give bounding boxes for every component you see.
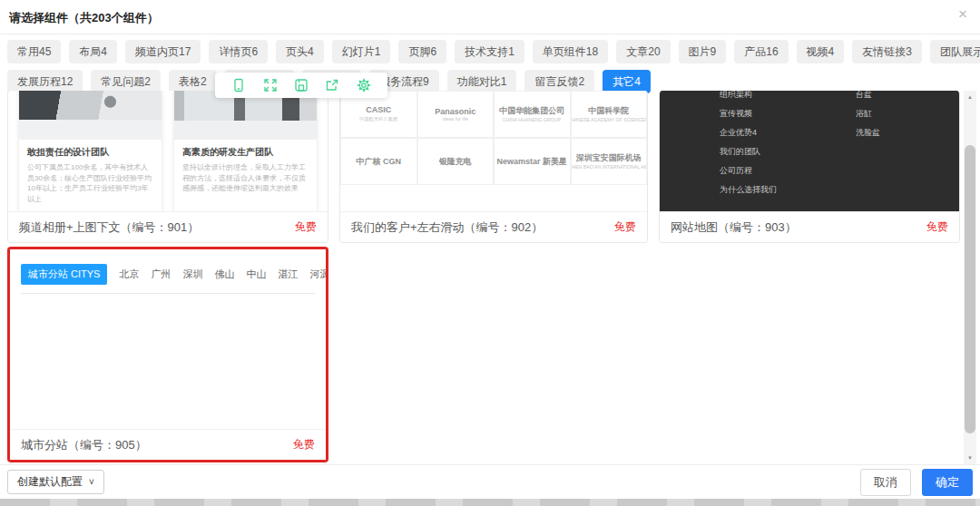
subcard-heading: 敢担责任的设计团队 [27, 146, 153, 159]
logo-subtext: CHINESE ACADEMY OF SCIENCES [571, 118, 648, 122]
sitemap-link[interactable]: 企业优势4 [720, 123, 777, 142]
logo-text: CASIC [366, 105, 391, 114]
footer-buttons: 取消 确定 [860, 469, 973, 496]
tab-tuanduizhanshi[interactable]: 团队展示7 [930, 40, 980, 63]
city-link[interactable]: 湛江 [278, 268, 298, 281]
city-link[interactable]: 中山 [246, 268, 266, 281]
content-scrollbar[interactable]: ▲ ▼ [964, 91, 976, 464]
city-link[interactable]: 深圳 [182, 268, 202, 281]
tab-row-1: 常用45 布局4 频道内页17 详情页6 页头4 幻灯片1 页脚6 技术支持1 … [7, 40, 962, 63]
card-903-footer: 网站地图（编号：903） 免费 [660, 211, 959, 242]
sitemap-column-1: 组织架构 宣传视频 企业优势4 我们的团队 公司历程 为什么选择我们 [720, 91, 777, 199]
tab-jishuzhichi[interactable]: 技术支持1 [455, 40, 524, 63]
client-logo: 中国华能集团公司 CHINA HUANENG GROUP [494, 91, 571, 138]
tab-buju[interactable]: 布局4 [69, 40, 117, 63]
card-title: 城市分站（编号：905） [21, 437, 147, 453]
card-905-footer: 城市分站（编号：905） 免费 [10, 429, 326, 460]
free-badge: 免费 [293, 437, 315, 452]
sitemap-link[interactable]: 公司历程 [720, 161, 777, 180]
background-page-strip [0, 499, 980, 506]
sitemap-link[interactable]: 浴缸 [856, 104, 880, 123]
card-901-preview: 敢担责任的设计团队 公司下属员工100余名，其中有技术人员30余名；核心生产团队… [8, 91, 328, 211]
kitchen-photo-1 [19, 91, 162, 140]
scrollbar-thumb[interactable] [965, 145, 975, 433]
dialog-footer: 创建默认配置 ˅ 取消 确定 [0, 464, 980, 499]
free-badge: 免费 [614, 219, 636, 235]
component-card-902[interactable]: CASIC 中国航天科工集团 Panasonic ideas for life … [339, 91, 648, 243]
tab-huandengpian[interactable]: 幻灯片1 [332, 40, 391, 63]
team-subcard-production: 高素质的研发生产团队 坚持以全设计的理念，采取人工力学工程的方法，选择适合人体要… [174, 91, 317, 211]
cancel-button[interactable]: 取消 [860, 469, 911, 496]
sitemap-link[interactable]: 我们的团队 [720, 142, 777, 161]
logo-text: 中国华能集团公司 [499, 105, 564, 117]
city-link[interactable]: 广州 [151, 268, 171, 281]
client-logo: 银隆充电 [417, 138, 495, 185]
logo-subtext: ideas for life [443, 116, 468, 121]
subcard-heading: 高素质的研发生产团队 [182, 146, 309, 159]
card-903-preview: 组织架构 宣传视频 企业优势4 我们的团队 公司历程 为什么选择我们 台盆 浴缸… [660, 91, 959, 212]
logo-subtext: SHENZHEN BAO'AN INTERNATIONAL AIRPORT [571, 165, 648, 170]
city-subsite-strip: 城市分站 CITYS 北京 广州 深圳 佛山 中山 湛江 河源 韶关 清远 [21, 264, 315, 294]
sitemap-link[interactable]: 为什么选择我们 [720, 180, 777, 199]
export-icon[interactable] [325, 78, 339, 92]
logo-text: Panasonic [435, 107, 475, 116]
tab-yetou[interactable]: 页头4 [276, 40, 324, 63]
sitemap-column-2: 台盆 浴缸 洗脸盆 [856, 91, 880, 142]
city-link[interactable]: 河源 [309, 268, 328, 281]
subcard-body: 坚持以全设计的理念，采取人工力学工程的方法，选择适合人体要求，不仅质感握感，还能… [182, 162, 309, 194]
close-icon[interactable]: × [958, 6, 967, 22]
settings-gear-icon[interactable] [357, 78, 371, 92]
component-hover-toolbar [215, 73, 387, 98]
sitemap-link[interactable]: 台盆 [856, 91, 880, 104]
tab-chanpin[interactable]: 产品16 [734, 40, 788, 63]
client-logo: 中国科学院 CHINESE ACADEMY OF SCIENCES [571, 91, 648, 138]
card-902-preview: CASIC 中国航天科工集团 Panasonic ideas for life … [340, 91, 647, 185]
card-title: 网站地图（编号：903） [671, 219, 797, 236]
tab-yejiao[interactable]: 页脚6 [398, 40, 446, 63]
create-default-config-dropdown[interactable]: 创建默认配置 ˅ [7, 470, 104, 494]
tab-shipin[interactable]: 视频4 [797, 40, 845, 63]
free-badge: 免费 [295, 219, 317, 235]
kitchen-photo-2 [174, 91, 317, 140]
fullscreen-icon[interactable] [263, 78, 278, 92]
logo-text: Newamstar 新美星 [496, 156, 567, 168]
card-905-preview: 城市分站 CITYS 北京 广州 深圳 佛山 中山 湛江 河源 韶关 清远 [10, 249, 326, 429]
tab-tupian[interactable]: 图片9 [679, 40, 727, 63]
mobile-preview-icon[interactable] [231, 78, 246, 92]
client-logo: Newamstar 新美星 [494, 138, 571, 185]
component-card-905-selected[interactable]: 城市分站 CITYS 北京 广州 深圳 佛山 中山 湛江 河源 韶关 清远 城市… [7, 247, 328, 462]
tab-danyezujian[interactable]: 单页组件18 [533, 40, 608, 63]
card-title: 频道相册+上图下文（编号：901） [19, 219, 199, 236]
card-title: 我们的客户+左右滑动（编号：902） [351, 219, 543, 236]
scroll-down-icon[interactable]: ▼ [964, 452, 976, 464]
sitemap-link[interactable]: 洗脸盆 [856, 123, 880, 142]
city-link[interactable]: 北京 [119, 268, 139, 281]
tab-changyong[interactable]: 常用45 [7, 40, 61, 63]
client-logo: 深圳宝安国际机场 SHENZHEN BAO'AN INTERNATIONAL A… [571, 138, 648, 185]
team-subcard-design: 敢担责任的设计团队 公司下属员工100余名，其中有技术人员30余名；核心生产团队… [19, 91, 162, 211]
component-picker-dialog: 请选择组件（共203个组件） × 常用45 布局4 频道内页17 详情页6 页头… [0, 0, 980, 499]
confirm-button[interactable]: 确定 [922, 469, 973, 496]
component-card-903[interactable]: 组织架构 宣传视频 企业优势4 我们的团队 公司历程 为什么选择我们 台盆 浴缸… [659, 91, 960, 243]
sitemap-link[interactable]: 组织架构 [720, 91, 777, 104]
tab-wenzhang[interactable]: 文章20 [616, 40, 670, 63]
logo-text: 中广核 CGN [357, 156, 402, 168]
save-icon[interactable] [294, 78, 309, 92]
sitemap-link[interactable]: 宣传视频 [720, 104, 777, 123]
logo-text: 银隆充电 [439, 156, 472, 168]
tab-pindaoneiye[interactable]: 频道内页17 [125, 40, 201, 63]
scroll-up-icon[interactable]: ▲ [964, 91, 976, 103]
dialog-title: 请选择组件（共203个组件） [9, 10, 159, 26]
component-card-901[interactable]: 敢担责任的设计团队 公司下属员工100余名，其中有技术人员30余名；核心生产团队… [7, 91, 328, 243]
client-logo: 中广核 CGN [340, 138, 417, 185]
tab-xiangqingye[interactable]: 详情页6 [209, 40, 268, 63]
tab-youqinglianjie[interactable]: 友情链接3 [852, 40, 922, 63]
free-badge: 免费 [926, 219, 948, 235]
dialog-header: 请选择组件（共203个组件） × [0, 0, 980, 34]
logo-subtext: CHINA HUANENG GROUP [503, 118, 561, 122]
card-901-footer: 频道相册+上图下文（编号：901） 免费 [8, 211, 328, 242]
city-subsite-tab[interactable]: 城市分站 CITYS [21, 264, 107, 285]
logo-subtext: 中国航天科工集团 [359, 115, 397, 122]
card-902-footer: 我们的客户+左右滑动（编号：902） 免费 [340, 211, 647, 242]
city-link[interactable]: 佛山 [214, 268, 234, 281]
